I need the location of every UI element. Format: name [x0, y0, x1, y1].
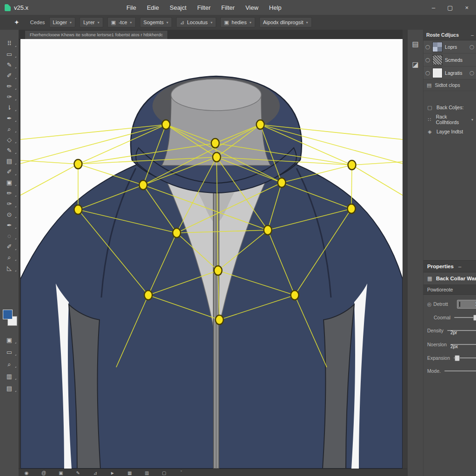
type-tool-icon[interactable]: ⇂ — [4, 104, 14, 111]
curve-pen-tool-icon[interactable]: ✐ — [4, 168, 14, 175]
mesh-node-12[interactable] — [214, 266, 222, 275]
lasso-tool-icon: ✎ — [7, 61, 12, 68]
tool-preset-icon[interactable]: ✦ — [14, 19, 20, 26]
document-canvas[interactable] — [20, 39, 403, 469]
layers-dock-icon[interactable]: ◪ — [412, 60, 418, 69]
dropdown-locoutus[interactable]: ⊿Locoutus▾ — [176, 17, 216, 27]
mesh-node-15[interactable] — [216, 315, 224, 324]
rack-collhtiords-row[interactable]: ∷Rack Collhtiords▾ — [423, 113, 476, 126]
ink-tool-icon[interactable]: ✒ — [4, 115, 14, 122]
visibility-eye-icon[interactable]: ◯ — [425, 71, 430, 75]
square-icon[interactable]: ▢ — [161, 470, 167, 476]
brush-tool-icon[interactable]: ✐ — [4, 72, 14, 79]
zoom-tool-icon[interactable]: ⌕ — [4, 126, 14, 132]
mesh-node-8[interactable] — [74, 205, 82, 214]
pencil-icon[interactable]: ✎ — [75, 470, 81, 476]
frame-tool-icon[interactable]: ▣ — [4, 179, 14, 186]
mode-track[interactable] — [444, 370, 476, 371]
chevron-icon[interactable]: ˇ — [178, 470, 185, 476]
menu-filter-3[interactable]: Filter — [197, 4, 211, 11]
slice-tool-icon[interactable]: ▭ — [4, 349, 14, 356]
mesh-node-2[interactable] — [212, 139, 219, 148]
mesh-node-5[interactable] — [348, 160, 356, 170]
dropdown-aipodx[interactable]: Aipodx dlinprogsit▾ — [259, 17, 312, 27]
ruler-icon[interactable]: ▥ — [144, 470, 150, 476]
edit-mode-icon[interactable]: ▤ — [4, 385, 14, 392]
smudge-tool-icon[interactable]: ✑ — [4, 200, 14, 207]
mesh-node-4[interactable] — [74, 159, 82, 169]
move-tool-icon[interactable]: ⠿ — [4, 40, 14, 47]
layer-link-circle[interactable]: ◯ — [469, 71, 474, 75]
menu-file-0[interactable]: File — [126, 4, 136, 11]
layer-row-2[interactable]: ◯Lagratis◯ — [423, 66, 476, 79]
select-zoom-icon[interactable]: ⌕ — [4, 361, 14, 368]
mesh-node-1[interactable] — [257, 120, 264, 129]
pencil-tool-icon[interactable]: ✎ — [4, 147, 14, 154]
menu-help-6[interactable]: Help — [269, 4, 282, 11]
at-icon[interactable]: @ — [40, 470, 47, 476]
dropdown-lioger[interactable]: Lioger▾ — [49, 17, 76, 27]
mesh-node-9[interactable] — [348, 204, 356, 213]
menu-view-5[interactable]: View — [245, 4, 258, 11]
mesh-node-14[interactable] — [291, 291, 299, 300]
crop-icon[interactable]: ▣ — [58, 470, 64, 476]
foreground-color-swatch[interactable] — [3, 310, 13, 319]
draw-tool-icon[interactable]: ✏ — [4, 190, 14, 197]
image-icon[interactable]: ▦ — [126, 470, 133, 476]
menu-filter-4[interactable]: Filter — [221, 4, 235, 11]
collapse-properties-button[interactable]: – — [458, 264, 461, 269]
coomal-slider-handle[interactable] — [473, 315, 476, 321]
blur-tool-icon[interactable]: ◌ — [4, 232, 14, 239]
dropdown-hedies[interactable]: ▣hedies▾ — [220, 17, 255, 27]
collapse-panel-button[interactable]: – — [471, 32, 474, 38]
marquee-tool-icon[interactable]: ▭ — [4, 51, 14, 58]
close-button[interactable]: × — [465, 4, 469, 11]
document-tab[interactable]: Fherhenclooew Khews ite soltone lertsrse… — [25, 31, 167, 39]
nib-tool-icon[interactable]: ✒ — [4, 222, 14, 229]
mesh-node-13[interactable] — [145, 291, 152, 300]
detrott-input[interactable]: 17px — [457, 300, 476, 309]
layer-row-1[interactable]: ◯Scmeds — [423, 53, 476, 66]
dropdown-sogemts[interactable]: Sogemts▾ — [140, 17, 172, 27]
layge-indtst-row[interactable]: ◈Layge Indtst — [423, 126, 476, 138]
minimize-button[interactable]: – — [432, 4, 435, 11]
pen-tool-icon[interactable]: ✑ — [4, 93, 14, 100]
layer-row-0[interactable]: ◯Loprs◯ — [423, 40, 476, 53]
mesh-node-0[interactable] — [162, 120, 170, 129]
stamp-tool-icon[interactable]: ▤ — [4, 158, 14, 165]
path-tool-icon[interactable]: ✐ — [4, 243, 14, 250]
back-coljes-row[interactable]: ▢Back Coljes: — [423, 101, 476, 113]
mesh-node-6[interactable] — [139, 180, 147, 190]
maximize-button[interactable]: ▢ — [447, 4, 453, 11]
healing-tool-icon[interactable]: ✏ — [4, 83, 14, 90]
expansion-slider[interactable] — [454, 357, 476, 358]
shape-tool-icon[interactable]: ◇ — [4, 136, 14, 143]
menu-edie-1[interactable]: Edie — [147, 4, 159, 11]
visibility-eye-icon[interactable]: ◯ — [425, 58, 430, 62]
mesh-node-10[interactable] — [173, 228, 181, 238]
history-panel-icon[interactable]: ▤ — [412, 40, 418, 48]
expansion-slider-handle[interactable] — [455, 355, 460, 361]
status-circle-icon[interactable]: ◉ — [23, 470, 30, 476]
cursor-icon[interactable]: ► — [109, 470, 116, 476]
dropdown-lyrer[interactable]: Lyrer▾ — [79, 17, 103, 27]
dodge-tool-icon[interactable]: ⊙ — [4, 211, 14, 218]
dropdown-tce[interactable]: ▣-tce▾ — [107, 17, 136, 27]
artboard-tool-icon[interactable]: ▣ — [4, 337, 14, 344]
ruler-tool-icon[interactable]: ◺ — [4, 264, 14, 271]
coomal-slider[interactable] — [454, 317, 476, 318]
chart-icon[interactable]: ⊿ — [92, 470, 99, 476]
magnify-tool-icon[interactable]: ⌕ — [4, 254, 14, 261]
menu-seajct-2[interactable]: Seajct — [170, 4, 186, 11]
dropdown-locoutus-label: Locoutus — [187, 20, 208, 25]
visibility-eye-icon[interactable]: ◯ — [425, 45, 430, 49]
noerslon-value: 2px — [450, 344, 458, 349]
mesh-node-7[interactable] — [278, 178, 286, 187]
sidtot-clops-row[interactable]: ▤ Sidtot clops — [423, 79, 476, 91]
layer-link-circle[interactable]: ◯ — [469, 45, 474, 49]
mesh-node-11[interactable] — [264, 225, 272, 235]
back-collar-warp-row[interactable]: ▦ Back Collar Warp — [423, 272, 476, 285]
screen-mode-icon[interactable]: ▥ — [4, 373, 14, 380]
lasso-tool-icon[interactable]: ✎ — [4, 61, 14, 68]
mesh-node-3[interactable] — [213, 152, 221, 162]
